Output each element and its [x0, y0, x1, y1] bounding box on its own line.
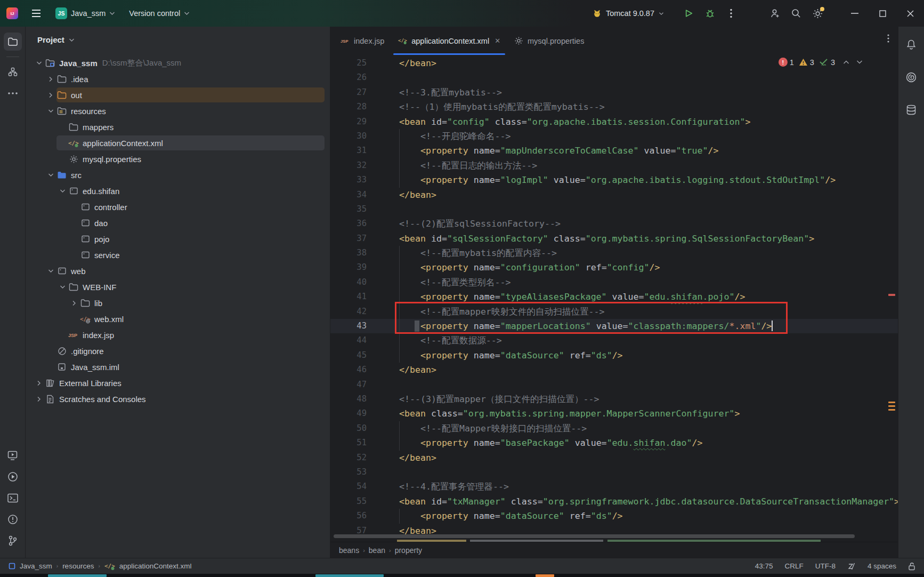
code-line-53[interactable]: 53 — [330, 465, 898, 479]
code-line-51[interactable]: 51<property name="basePackage" value="ed… — [330, 436, 898, 450]
status-breadcrumb-applicationcontext-xml[interactable]: applicationContext.xml — [119, 562, 192, 570]
tab-options-button[interactable] — [887, 34, 889, 43]
status-breadcrumb-resources[interactable]: resources — [62, 562, 94, 570]
code-line-30[interactable]: 30<!--开启驼峰命名--> — [330, 129, 898, 143]
minimize-button[interactable] — [841, 0, 869, 27]
code-line-47[interactable]: 47 — [330, 378, 898, 392]
project-tool-button[interactable] — [4, 33, 22, 51]
chevron-right-icon[interactable] — [33, 380, 45, 386]
code-line-32[interactable]: 32<!--配置日志的输出方法--> — [330, 158, 898, 173]
tree-item-gitignore[interactable]: .gitignore — [26, 343, 330, 359]
vcs-menu-button[interactable]: Version control — [125, 6, 194, 21]
code-area[interactable]: 25</bean>2627<!--3.配置mybatis-->28<!--（1）… — [330, 55, 898, 542]
tree-item-scratches-and-consoles[interactable]: Scratches and Consoles — [26, 391, 330, 407]
git-tool-button[interactable] — [4, 532, 22, 550]
debug-button[interactable] — [699, 4, 720, 22]
code-line-29[interactable]: 29<bean id="config" class="org.apache.ib… — [330, 115, 898, 129]
tree-item-applicationcontext-xml[interactable]: </>applicationContext.xml — [26, 135, 330, 151]
code-line-40[interactable]: 40<!--配置类型别名--> — [330, 275, 898, 290]
code-line-55[interactable]: 55<bean id="txManager" class="org.spring… — [330, 494, 898, 509]
code-line-36[interactable]: 36<!--(2)配置sqlSessionFactory--> — [330, 217, 898, 231]
tree-item-resources[interactable]: resources — [26, 103, 330, 119]
tree-item-pojo[interactable]: pojo — [26, 231, 330, 247]
code-line-42[interactable]: 42<!--配置mapper映射文件的自动扫描位置--> — [330, 304, 898, 319]
tree-item-lib[interactable]: lib — [26, 295, 330, 311]
code-line-39[interactable]: 39<property name="configuration" ref="co… — [330, 260, 898, 275]
run-configuration-selector[interactable]: Tomcat 9.0.87 — [593, 9, 664, 18]
status-breadcrumb-java-ssm[interactable]: Java_ssm — [20, 562, 52, 570]
code-line-56[interactable]: 56<property name="dataSource" ref="ds"/> — [330, 509, 898, 523]
code-line-44[interactable]: 44<!--配置数据源--> — [330, 333, 898, 348]
code-line-31[interactable]: 31<property name="mapUnderscoreToCamelCa… — [330, 143, 898, 158]
code-line-37[interactable]: 37<bean id="sqlSessionFactory" class="or… — [330, 231, 898, 246]
unlock-icon[interactable] — [908, 562, 915, 571]
tree-item-index-jsp[interactable]: JSPindex.jsp — [26, 327, 330, 343]
code-line-33[interactable]: 33<property name="logImpl" value="org.ap… — [330, 173, 898, 187]
chevron-down-icon[interactable] — [56, 189, 68, 193]
error-stripe-mark[interactable] — [888, 294, 895, 296]
terminal-tool-button[interactable] — [4, 489, 22, 507]
code-line-27[interactable]: 27<!--3.配置mybatis--> — [330, 85, 898, 100]
maximize-button[interactable] — [869, 0, 896, 27]
indent-config[interactable]: 4 spaces — [868, 562, 896, 570]
warning-stripe-mark[interactable] — [888, 402, 895, 403]
notifications-button[interactable] — [902, 35, 920, 53]
tree-item-controller[interactable]: controller — [26, 199, 330, 215]
warning-stripe-mark[interactable] — [888, 405, 895, 407]
chevron-down-icon[interactable] — [45, 109, 56, 113]
more-actions-button[interactable] — [720, 4, 742, 22]
tab-mysql-properties[interactable]: mysql.properties — [507, 27, 591, 55]
next-problem-button[interactable] — [856, 60, 863, 65]
search-everywhere-button[interactable] — [785, 4, 807, 22]
tree-item-web-xml[interactable]: </>web.xml — [26, 311, 330, 327]
project-panel-header[interactable]: Project — [26, 27, 330, 51]
chevron-down-icon[interactable] — [56, 285, 68, 289]
database-button[interactable] — [902, 101, 920, 119]
tree-item-out[interactable]: out — [26, 87, 330, 103]
tab-index-jsp[interactable]: JSPindex.jsp — [334, 27, 391, 55]
settings-button[interactable] — [807, 4, 828, 22]
caret-position[interactable]: 43:75 — [755, 562, 773, 570]
tree-item-idea[interactable]: .idea — [26, 71, 330, 87]
code-line-54[interactable]: 54<!--4.配置事务管理器--> — [330, 479, 898, 494]
chevron-right-icon[interactable] — [68, 300, 80, 306]
problems-tool-button[interactable] — [4, 510, 22, 528]
code-line-46[interactable]: 46</bean> — [330, 363, 898, 377]
tree-item-web[interactable]: web — [26, 263, 330, 279]
code-line-48[interactable]: 48<!--(3)配置mapper（接口文件的扫描位置）--> — [330, 392, 898, 406]
previous-problem-button[interactable] — [843, 60, 849, 65]
code-line-41[interactable]: 41<property name="typeAliasesPackage" va… — [330, 290, 898, 304]
code-line-43[interactable]: 43<property name="mapperLocations" value… — [330, 319, 898, 333]
breadcrumb-property[interactable]: property — [395, 546, 422, 555]
breadcrumb-bean[interactable]: bean — [369, 546, 385, 555]
run-button[interactable] — [678, 4, 699, 22]
tree-item-mysql-properties[interactable]: mysql.properties — [26, 151, 330, 167]
code-line-38[interactable]: 38<!--配置mybatis的配置内容--> — [330, 246, 898, 260]
main-menu-button[interactable] — [27, 6, 46, 21]
code-line-52[interactable]: 52</bean> — [330, 451, 898, 465]
editor[interactable]: 25</bean>2627<!--3.配置mybatis-->28<!--（1）… — [330, 55, 898, 542]
file-encoding[interactable]: UTF-8 — [815, 562, 836, 570]
tree-item-external-libraries[interactable]: External Libraries — [26, 375, 330, 391]
project-switcher[interactable]: JS Java_ssm — [51, 4, 119, 22]
tree-item-service[interactable]: service — [26, 247, 330, 263]
highlighting-level-icon[interactable] — [847, 563, 856, 570]
chevron-down-icon[interactable] — [45, 173, 56, 177]
code-line-45[interactable]: 45<property name="dataSource" ref="ds"/> — [330, 348, 898, 363]
close-button[interactable] — [896, 0, 924, 27]
run-tool-button[interactable] — [4, 468, 22, 486]
tab-applicationcontext-xml[interactable]: </>applicationContext.xml✕ — [391, 27, 507, 55]
structure-tool-button[interactable] — [4, 63, 22, 81]
tree-item-mappers[interactable]: mappers — [26, 119, 330, 135]
inspection-widget[interactable]: ! 1 3 3 — [779, 58, 863, 67]
horizontal-scrollbar[interactable] — [334, 534, 855, 538]
close-tab-icon[interactable]: ✕ — [495, 37, 500, 45]
tree-item-web-inf[interactable]: WEB-INF — [26, 279, 330, 295]
tree-item-edu-shifan[interactable]: edu.shifan — [26, 183, 330, 199]
code-line-35[interactable]: 35 — [330, 202, 898, 217]
ai-assistant-button[interactable] — [902, 68, 920, 86]
code-line-26[interactable]: 26 — [330, 70, 898, 85]
code-line-49[interactable]: 49<bean class="org.mybatis.spring.mapper… — [330, 406, 898, 421]
services-tool-button[interactable] — [4, 446, 22, 464]
breadcrumb-beans[interactable]: beans — [339, 546, 359, 555]
